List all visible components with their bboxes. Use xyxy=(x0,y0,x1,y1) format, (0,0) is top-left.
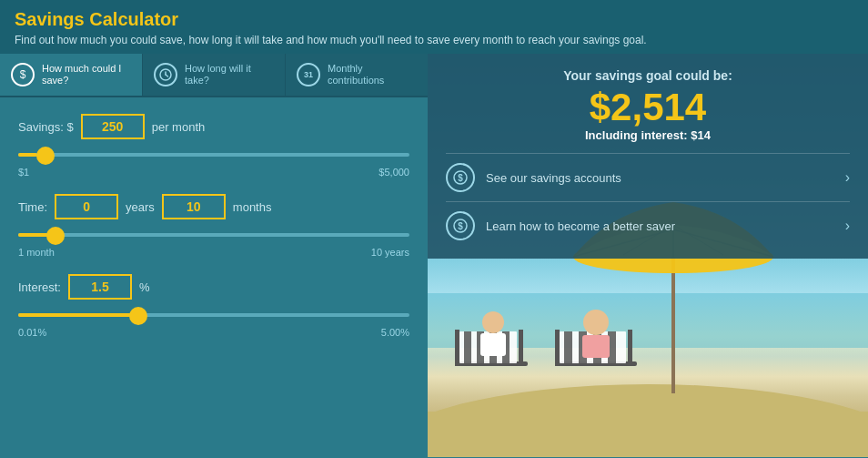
svg-line-2 xyxy=(166,75,168,76)
time-row: Time: years months 1 month 10 years xyxy=(18,194,409,258)
svg-rect-17 xyxy=(628,330,632,366)
svg-point-24 xyxy=(583,310,609,335)
svg-rect-20 xyxy=(564,331,572,363)
svg-rect-15 xyxy=(480,333,506,356)
better-saver-text: Learn how to become a better saver xyxy=(486,219,834,233)
savings-accounts-chevron: › xyxy=(845,169,850,186)
better-saver-action[interactable]: $ Learn how to become a better saver › xyxy=(446,201,850,249)
interest-min-label: 0.01% xyxy=(18,327,46,338)
goal-amount: $2,514 xyxy=(446,87,850,128)
time-min-label: 1 month xyxy=(18,247,55,258)
tab-monthly-label: Monthly contributions xyxy=(328,63,417,87)
interest-row: Interest: % 0.01% 5.00% xyxy=(18,274,409,338)
page-subtitle: Find out how much you could save, how lo… xyxy=(15,34,853,46)
interest-max-label: 5.00% xyxy=(381,327,409,338)
better-saver-chevron: › xyxy=(845,218,850,234)
savings-max-label: $5,000 xyxy=(378,167,409,178)
calendar-icon: 31 xyxy=(297,63,320,87)
tab-how-long-label: How long will it take? xyxy=(185,63,274,87)
time-slider-labels: 1 month 10 years xyxy=(18,247,409,258)
interest-input[interactable] xyxy=(68,274,132,300)
left-panel: $ How much could I save? How long will i… xyxy=(0,54,428,457)
interest-slider[interactable] xyxy=(18,314,409,318)
savings-row: Savings: $ per month $1 $5,000 xyxy=(18,114,409,178)
dollar-icon: $ xyxy=(11,63,35,87)
tab-how-long[interactable]: How long will it take? xyxy=(143,54,286,96)
time-months-input[interactable] xyxy=(162,194,226,219)
savings-input[interactable] xyxy=(81,114,145,139)
time-prefix-label: Time: xyxy=(18,200,47,214)
svg-rect-7 xyxy=(519,330,523,366)
svg-text:$: $ xyxy=(458,173,463,183)
svg-rect-5 xyxy=(428,412,868,457)
savings-slider[interactable] xyxy=(18,154,409,158)
tab-bar: $ How much could I save? How long will i… xyxy=(0,54,428,97)
goal-label: Your savings goal could be: xyxy=(446,68,850,83)
savings-accounts-icon: $ xyxy=(446,163,475,192)
tab-how-much[interactable]: $ How much could I save? xyxy=(0,54,143,96)
interest-slider-labels: 0.01% 5.00% xyxy=(18,327,409,338)
savings-suffix-label: per month xyxy=(152,120,206,134)
savings-slider-labels: $1 $5,000 xyxy=(18,167,409,178)
svg-text:$: $ xyxy=(458,221,463,231)
svg-point-14 xyxy=(482,311,504,333)
savings-min-label: $1 xyxy=(18,167,29,178)
savings-accounts-action[interactable]: $ See our savings accounts › xyxy=(446,153,850,201)
time-years-input[interactable] xyxy=(55,194,118,219)
time-slider[interactable] xyxy=(18,234,409,238)
time-years-suffix-label: years xyxy=(126,200,155,214)
savings-prefix-label: Savings: $ xyxy=(18,120,74,134)
savings-slider-wrapper xyxy=(18,145,409,165)
savings-accounts-text: See our savings accounts xyxy=(486,171,834,185)
interest-label: Including interest: $14 xyxy=(446,128,850,142)
tab-how-much-label: How much could I save? xyxy=(42,63,131,87)
svg-rect-8 xyxy=(455,330,459,366)
time-slider-wrapper xyxy=(18,225,409,245)
interest-slider-wrapper xyxy=(18,305,409,325)
better-saver-icon: $ xyxy=(446,211,475,240)
calculator-form: Savings: $ per month $1 $5,000 Time: xyxy=(0,97,428,371)
time-months-suffix-label: months xyxy=(233,200,272,214)
results-card: Your savings goal could be: $2,514 Inclu… xyxy=(428,54,868,259)
time-max-label: 10 years xyxy=(371,247,409,258)
clock-icon xyxy=(154,63,177,87)
svg-rect-10 xyxy=(464,331,471,363)
svg-rect-18 xyxy=(555,330,560,366)
interest-prefix-label: Interest: xyxy=(18,280,61,294)
svg-rect-25 xyxy=(582,335,610,358)
right-panel: Your savings goal could be: $2,514 Inclu… xyxy=(428,54,868,457)
tab-monthly[interactable]: 31 Monthly contributions xyxy=(286,54,428,96)
header: Savings Calculator Find out how much you… xyxy=(0,0,868,54)
interest-suffix-label: % xyxy=(139,280,150,294)
page-title: Savings Calculator xyxy=(15,9,853,30)
